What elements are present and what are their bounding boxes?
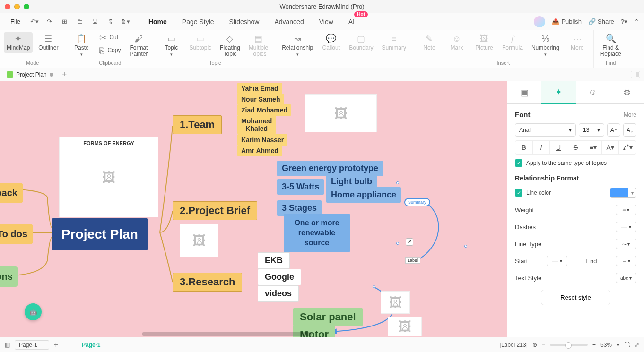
- node-member-1[interactable]: Nour Sameh: [237, 94, 284, 105]
- fit-icon[interactable]: ⛶: [624, 342, 630, 348]
- node-brief[interactable]: 2.Project Brief: [173, 201, 257, 220]
- copy-button[interactable]: ⎘Copy: [96, 45, 123, 57]
- highlight-button[interactable]: 🖍▾: [619, 141, 636, 154]
- open-icon[interactable]: 🗀: [73, 15, 87, 28]
- print-icon[interactable]: 🖨: [104, 15, 117, 28]
- horizontal-scrollbar[interactable]: [142, 332, 312, 336]
- close-icon[interactable]: [5, 4, 10, 9]
- start-arrow-select[interactable]: ── ▾: [547, 256, 567, 266]
- node-ekb[interactable]: EKB: [258, 252, 290, 269]
- panel-toggle-icon[interactable]: [631, 71, 640, 78]
- chevron-down-icon[interactable]: ▾: [617, 342, 619, 348]
- help-icon[interactable]: ?▾: [621, 18, 627, 25]
- format-painter-button[interactable]: 🖌Format Painter: [126, 32, 151, 60]
- zoom-slider[interactable]: [550, 344, 588, 346]
- node-solar[interactable]: Solar panel: [293, 308, 363, 326]
- mindmap-button[interactable]: ✦MindMap: [4, 32, 33, 53]
- tab-slideshow[interactable]: Slideshow: [226, 15, 262, 28]
- font-family-select[interactable]: Arial▾: [515, 123, 576, 137]
- end-arrow-select[interactable]: → ▾: [616, 256, 636, 266]
- reset-style-button[interactable]: Reset style: [541, 290, 610, 305]
- node-renewable[interactable]: One or more renewable source: [284, 214, 350, 252]
- node-videos[interactable]: videos: [258, 285, 299, 302]
- strike-button[interactable]: S: [567, 141, 585, 154]
- font-size-select[interactable]: 13▾: [579, 123, 604, 137]
- line-type-select[interactable]: ↝ ▾: [616, 239, 636, 249]
- node-questions[interactable]: stions: [0, 266, 18, 287]
- node-todos[interactable]: To dos: [0, 224, 33, 244]
- paste-button[interactable]: 📋Paste▾: [69, 32, 94, 59]
- node-feedback[interactable]: edback: [0, 183, 23, 203]
- weight-select[interactable]: ━ ▾: [616, 205, 636, 215]
- maximize-icon[interactable]: [24, 4, 29, 9]
- line-color-swatch[interactable]: ▾: [610, 188, 636, 198]
- node-research[interactable]: 3.Research: [173, 273, 242, 292]
- image-books[interactable]: [180, 224, 218, 257]
- text-style-select[interactable]: abc ▾: [616, 273, 636, 283]
- zoom-out-icon[interactable]: −: [542, 342, 545, 348]
- assistant-fab[interactable]: 🤖: [25, 303, 42, 320]
- node-team[interactable]: 1.Team: [173, 115, 222, 134]
- node-google[interactable]: Google: [258, 269, 301, 285]
- node-member-2[interactable]: Ziad Mohamed: [237, 104, 291, 116]
- cut-button[interactable]: ✂Cut: [96, 32, 123, 44]
- more-link[interactable]: More: [624, 112, 636, 118]
- selection-handle[interactable]: [396, 242, 399, 245]
- export-icon[interactable]: 🗎▾: [119, 15, 132, 28]
- underline-button[interactable]: U: [550, 141, 567, 154]
- font-color-button[interactable]: A▾: [602, 141, 619, 154]
- align-button[interactable]: ≡▾: [584, 141, 602, 154]
- outliner-button[interactable]: ☰Outliner: [35, 32, 61, 53]
- center-icon[interactable]: ⊕: [532, 342, 537, 348]
- panel-tab-icon[interactable]: ☺: [576, 81, 610, 104]
- node-member-4[interactable]: Karim Nasser: [237, 134, 287, 146]
- undo-icon[interactable]: ↶▾: [28, 15, 41, 28]
- pages-icon[interactable]: ▥: [5, 342, 10, 348]
- redo-icon[interactable]: ↷: [43, 15, 56, 28]
- image-forms-of-energy[interactable]: FORMS OF ENERGY: [59, 137, 158, 217]
- canvas[interactable]: edback To dos stions FORMS OF ENERGY Pro…: [0, 81, 507, 337]
- panel-tab-settings[interactable]: ⚙: [610, 81, 644, 104]
- add-page-button[interactable]: +: [54, 341, 58, 349]
- selection-handle[interactable]: [373, 285, 375, 288]
- label-pill[interactable]: Label: [405, 257, 420, 264]
- document-tab[interactable]: Project Plan: [3, 71, 57, 78]
- tab-view[interactable]: View: [316, 15, 336, 28]
- panel-tab-ai[interactable]: ✦: [541, 81, 575, 104]
- node-home-appliance[interactable]: Home appliance: [326, 187, 401, 203]
- zoom-in-icon[interactable]: +: [592, 342, 596, 348]
- publish-button[interactable]: 📤 Publish: [552, 18, 582, 25]
- add-tab-button[interactable]: +: [62, 69, 67, 79]
- avatar[interactable]: [534, 16, 545, 27]
- node-watts[interactable]: 3-5 Watts: [277, 179, 324, 195]
- image-team[interactable]: [305, 94, 377, 132]
- tab-page-style[interactable]: Page Style: [179, 15, 217, 28]
- fullscreen-icon[interactable]: ⤢: [635, 342, 639, 348]
- minimize-icon[interactable]: [14, 4, 20, 9]
- italic-button[interactable]: I: [533, 141, 550, 154]
- image-motor[interactable]: [388, 317, 422, 336]
- topic-button[interactable]: ▭Topic▾: [159, 32, 183, 59]
- floating-topic-button[interactable]: ◇Floating Topic: [217, 32, 243, 60]
- selection-handle[interactable]: [396, 181, 399, 184]
- relationship-button[interactable]: ↝Relationship▾: [279, 32, 316, 59]
- node-central[interactable]: Project Plan: [52, 218, 148, 250]
- tab-advanced[interactable]: Advanced: [271, 15, 306, 28]
- decrease-font-button[interactable]: A↓: [623, 123, 636, 137]
- panel-tab-style[interactable]: ▣: [507, 81, 541, 104]
- numbering-button[interactable]: ⅓Numbering▾: [529, 32, 562, 59]
- selection-handle[interactable]: [464, 245, 467, 248]
- collapse-handle-icon[interactable]: ⤢: [406, 238, 413, 246]
- file-menu[interactable]: File: [5, 16, 26, 27]
- node-member-0[interactable]: Yahia Emad: [237, 83, 282, 94]
- dashes-select[interactable]: ── ▾: [616, 222, 636, 232]
- save-icon[interactable]: 🖫: [88, 15, 102, 28]
- tab-home[interactable]: Home: [146, 15, 170, 28]
- apply-same-checkbox[interactable]: ✓ Apply to the same type of topics: [515, 159, 636, 167]
- page-select[interactable]: Page-1: [15, 340, 49, 350]
- bold-button[interactable]: B: [515, 141, 533, 154]
- image-solar-panel[interactable]: [381, 291, 410, 314]
- new-icon[interactable]: ⊞: [58, 15, 71, 28]
- find-replace-button[interactable]: 🔍Find & Replace: [598, 32, 624, 60]
- collapse-ribbon-icon[interactable]: ⌃: [634, 18, 639, 25]
